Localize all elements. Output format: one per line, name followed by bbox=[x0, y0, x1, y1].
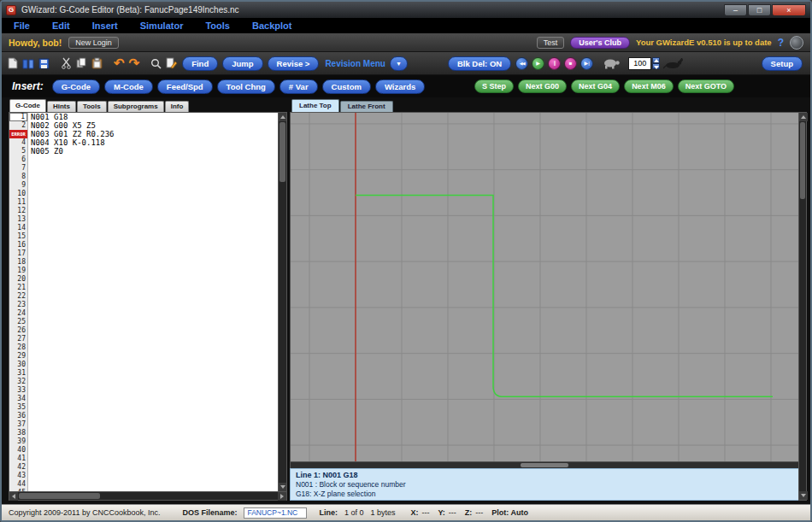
gutter-line[interactable]: ERROR bbox=[9, 130, 27, 138]
stop-button[interactable]: ■ bbox=[564, 57, 577, 70]
gutter-line[interactable]: 8 bbox=[9, 173, 27, 181]
menu-insert[interactable]: Insert bbox=[92, 21, 118, 31]
new-file-icon[interactable] bbox=[8, 56, 18, 71]
tab-tools[interactable]: Tools bbox=[77, 101, 107, 112]
scroll-grip[interactable] bbox=[521, 463, 568, 467]
plot-vertical-scrollbar[interactable] bbox=[798, 112, 807, 501]
scroll-thumb[interactable] bbox=[800, 122, 805, 199]
undo-icon[interactable]: ↶ bbox=[114, 56, 125, 71]
revision-menu-label[interactable]: Revision Menu bbox=[325, 59, 385, 68]
gutter-line[interactable]: 44 bbox=[9, 480, 27, 489]
gutter-line[interactable]: 27 bbox=[9, 335, 27, 343]
scroll-down-button[interactable] bbox=[799, 491, 808, 500]
scroll-up-button[interactable] bbox=[799, 113, 808, 121]
gutter-line[interactable]: 14 bbox=[9, 224, 27, 232]
gutter-line[interactable]: 10 bbox=[9, 190, 27, 198]
revision-menu-dropdown-button[interactable]: ▼ bbox=[390, 56, 408, 71]
gutter-line[interactable]: 2 bbox=[9, 121, 27, 130]
setup-button[interactable]: Setup bbox=[762, 56, 803, 71]
backplot-svg[interactable] bbox=[291, 113, 798, 461]
jump-button[interactable]: Jump bbox=[222, 56, 262, 71]
maximize-button[interactable]: □ bbox=[748, 4, 771, 16]
gutter-line[interactable]: 17 bbox=[9, 249, 27, 258]
gutter-line[interactable]: 43 bbox=[9, 472, 27, 480]
tab-info[interactable]: Info bbox=[165, 101, 190, 112]
code-line[interactable]: N001 G18 bbox=[31, 113, 278, 121]
pause-button[interactable]: ∥ bbox=[548, 57, 561, 70]
insert-gcode-button[interactable]: G-Code bbox=[52, 79, 100, 94]
gutter-line[interactable]: 12 bbox=[9, 207, 27, 215]
gutter-line[interactable]: 35 bbox=[9, 403, 27, 412]
speed-up-button[interactable] bbox=[652, 57, 660, 63]
gutter-line[interactable]: 45 bbox=[9, 489, 27, 491]
insert-mcode-button[interactable]: M-Code bbox=[104, 79, 153, 94]
gutter-line[interactable]: 41 bbox=[9, 455, 27, 463]
gutter-line[interactable]: 40 bbox=[9, 446, 27, 455]
single-step-button[interactable]: S Step bbox=[474, 79, 514, 93]
hare-icon[interactable] bbox=[663, 56, 683, 71]
editor-vertical-scrollbar[interactable] bbox=[278, 113, 286, 491]
revise-button[interactable]: Revise > bbox=[268, 56, 320, 71]
dos-filename-input[interactable] bbox=[244, 507, 307, 519]
insert-feedspd-button[interactable]: Feed/Spd bbox=[157, 79, 213, 94]
scroll-left-button[interactable] bbox=[9, 492, 18, 501]
code-area[interactable]: N001 G18N002 G00 X5 Z5N003 G01 Z2 R0.236… bbox=[28, 113, 278, 491]
scroll-down-button[interactable] bbox=[279, 483, 287, 491]
save-icon[interactable] bbox=[38, 56, 50, 71]
gutter-line[interactable]: 11 bbox=[9, 198, 27, 207]
plot-horizontal-scrollbar[interactable] bbox=[290, 462, 798, 468]
menu-edit[interactable]: Edit bbox=[52, 21, 70, 31]
next-m06-button[interactable]: Next M06 bbox=[624, 79, 674, 93]
speed-down-button[interactable] bbox=[652, 63, 660, 69]
menu-tools[interactable]: Tools bbox=[205, 21, 230, 31]
gutter-line[interactable]: 42 bbox=[9, 463, 27, 472]
gutter-line[interactable]: 22 bbox=[9, 292, 27, 301]
gutter-line[interactable]: 7 bbox=[9, 164, 27, 173]
copy-icon[interactable] bbox=[76, 56, 87, 71]
code-line[interactable]: N004 X10 K-0.118 bbox=[31, 138, 278, 147]
gutter-line[interactable]: 24 bbox=[9, 309, 27, 318]
block-delete-toggle-button[interactable]: Blk Del: ON bbox=[448, 56, 511, 71]
scroll-thumb[interactable] bbox=[279, 122, 285, 182]
insert-wizards-button[interactable]: Wizards bbox=[375, 79, 425, 94]
gutter-line[interactable]: 25 bbox=[9, 318, 27, 326]
next-g04-button[interactable]: Next G04 bbox=[571, 79, 620, 93]
insert-custom-button[interactable]: Custom bbox=[322, 79, 371, 94]
next-goto-button[interactable]: Next GOTO bbox=[678, 79, 734, 93]
gutter-line[interactable]: 32 bbox=[9, 378, 27, 386]
code-line[interactable]: N003 G01 Z2 R0.236 bbox=[31, 130, 278, 138]
code-line[interactable]: N005 Z0 bbox=[31, 147, 278, 155]
test-button[interactable]: Test bbox=[537, 37, 565, 49]
find-button[interactable]: Find bbox=[182, 56, 218, 71]
code-line[interactable]: N002 G00 X5 Z5 bbox=[31, 121, 278, 130]
sim-speed-input[interactable] bbox=[628, 57, 651, 70]
gutter-line[interactable]: 18 bbox=[9, 258, 27, 267]
menu-backplot[interactable]: Backplot bbox=[252, 21, 291, 31]
gutter-line[interactable]: 15 bbox=[9, 232, 27, 241]
scroll-up-button[interactable] bbox=[279, 113, 287, 121]
gutter-line[interactable]: 28 bbox=[9, 343, 27, 352]
tab-hints[interactable]: Hints bbox=[47, 101, 76, 112]
next-g00-button[interactable]: Next G00 bbox=[518, 79, 567, 93]
gutter-line[interactable]: 16 bbox=[9, 241, 27, 249]
users-club-button[interactable]: User's Club bbox=[570, 37, 630, 49]
scroll-right-button[interactable] bbox=[278, 492, 286, 501]
tab-gcode[interactable]: G-Code bbox=[9, 99, 46, 112]
insert-toolchange-button[interactable]: Tool Chng bbox=[217, 79, 275, 94]
editor-horizontal-scrollbar[interactable] bbox=[9, 492, 287, 501]
insert-var-button[interactable]: # Var bbox=[279, 79, 318, 94]
scroll-thumb[interactable] bbox=[19, 493, 100, 499]
minimize-button[interactable]: – bbox=[724, 4, 747, 16]
backplot-canvas[interactable] bbox=[290, 112, 798, 462]
gutter-line[interactable]: 19 bbox=[9, 267, 27, 275]
gutter-line[interactable]: 39 bbox=[9, 437, 27, 446]
gutter-line[interactable]: 26 bbox=[9, 326, 27, 335]
gutter-line[interactable]: 1 bbox=[9, 113, 27, 121]
new-login-button[interactable]: New Login bbox=[68, 37, 119, 49]
tortoise-icon[interactable] bbox=[602, 56, 621, 71]
search-icon[interactable] bbox=[150, 56, 162, 71]
gutter-line[interactable]: 31 bbox=[9, 369, 27, 378]
open-file-icon[interactable] bbox=[22, 56, 34, 71]
help-icon[interactable]: ? bbox=[778, 37, 784, 49]
gutter-line[interactable]: 29 bbox=[9, 352, 27, 361]
